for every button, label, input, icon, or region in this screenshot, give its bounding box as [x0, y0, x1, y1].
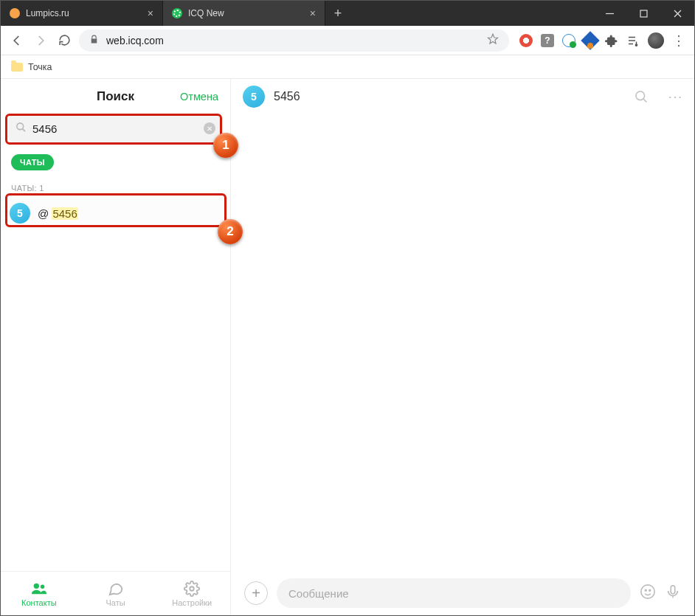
voice-icon[interactable]	[665, 584, 681, 603]
extension-opera-icon[interactable]	[519, 34, 533, 47]
window-maximize-button[interactable]	[626, 1, 660, 26]
svg-point-15	[649, 589, 651, 591]
page-content: Поиск Отмена 5456 ✕ ЧАТЫ ЧАТЫ: 1 5 @ 545…	[1, 79, 694, 615]
emoji-icon[interactable]	[640, 584, 656, 603]
browser-toolbar: web.icq.com ? ⋮	[1, 26, 694, 55]
result-text: @ 5456	[38, 207, 78, 220]
svg-line-12	[643, 99, 646, 102]
chat-menu-icon[interactable]: ⋯	[668, 88, 682, 105]
nav-label: Чаты	[106, 598, 125, 607]
extensions-button-icon[interactable]	[605, 34, 618, 47]
nav-label: Контакты	[21, 598, 57, 607]
extension-media-icon[interactable]	[626, 34, 640, 47]
cancel-button[interactable]: Отмена	[180, 91, 218, 103]
nav-reload-button[interactable]	[55, 32, 73, 49]
nav-chats[interactable]: Чаты	[77, 572, 154, 615]
nav-forward-button[interactable]	[32, 32, 49, 49]
favicon-lumpics	[10, 8, 20, 18]
search-value: 5456	[32, 122, 198, 135]
attach-button[interactable]: +	[244, 581, 268, 605]
window-close-button[interactable]	[660, 1, 694, 26]
profile-avatar[interactable]	[648, 32, 664, 49]
titlebar: Lumpics.ru × ICQ New × +	[1, 1, 694, 26]
result-avatar: 5	[10, 203, 30, 224]
svg-point-10	[190, 586, 194, 591]
message-placeholder: Сообщение	[288, 587, 349, 600]
bookmark-label: Точка	[28, 62, 52, 72]
tab-close-icon[interactable]: ×	[310, 7, 316, 19]
search-result-item[interactable]: 5 @ 5456	[1, 197, 230, 229]
tab-label: ICQ New	[188, 8, 304, 18]
contacts-icon	[31, 581, 47, 597]
svg-rect-16	[671, 586, 675, 594]
search-input[interactable]: 5456 ✕	[8, 114, 223, 142]
chat-pane: 5 5456 ⋯ + Сообщение	[231, 79, 694, 615]
svg-point-6	[17, 122, 24, 129]
extension-icons: ? ⋮	[515, 32, 687, 49]
extension-help-icon[interactable]: ?	[541, 34, 554, 47]
extension-globe-icon[interactable]	[562, 34, 575, 47]
nav-label: Настройки	[172, 598, 212, 607]
svg-point-5	[635, 44, 637, 45]
address-text: web.icq.com	[106, 35, 480, 46]
bookmark-item[interactable]: Точка	[11, 62, 52, 72]
chat-footer: + Сообщение	[231, 571, 694, 615]
svg-line-7	[22, 128, 25, 131]
browser-menu-button[interactable]: ⋮	[672, 32, 685, 49]
chat-body	[231, 114, 694, 571]
lock-icon	[89, 34, 99, 47]
svg-rect-1	[640, 10, 647, 17]
tab-close-icon[interactable]: ×	[148, 7, 153, 19]
tab-label: Lumpics.ru	[26, 8, 142, 18]
svg-point-11	[636, 91, 645, 100]
bottom-nav: Контакты Чаты Настройки	[1, 571, 230, 615]
sidebar-header: Поиск Отмена	[1, 79, 230, 114]
address-bar[interactable]: web.icq.com	[79, 30, 509, 52]
extension-cube-icon[interactable]	[581, 31, 599, 49]
gear-icon	[184, 581, 200, 597]
nav-contacts[interactable]: Контакты	[1, 572, 77, 615]
folder-icon	[11, 63, 23, 72]
new-tab-button[interactable]: +	[325, 1, 350, 26]
nav-settings[interactable]: Настройки	[153, 572, 230, 615]
sidebar: Поиск Отмена 5456 ✕ ЧАТЫ ЧАТЫ: 1 5 @ 545…	[1, 79, 231, 615]
search-icon	[15, 122, 27, 136]
svg-point-13	[641, 585, 654, 598]
browser-window: Lumpics.ru × ICQ New × + web.icq.com ?	[0, 0, 695, 616]
svg-marker-4	[488, 34, 497, 44]
filter-chip-chats[interactable]: ЧАТЫ	[11, 154, 54, 170]
clear-search-icon[interactable]: ✕	[204, 122, 215, 134]
chat-avatar: 5	[243, 86, 265, 108]
window-minimize-button[interactable]	[592, 1, 626, 26]
svg-point-14	[645, 589, 646, 591]
chat-header: 5 5456 ⋯	[231, 79, 694, 114]
svg-point-9	[41, 584, 45, 589]
tab-lumpics[interactable]: Lumpics.ru ×	[1, 1, 163, 26]
chat-title: 5456	[274, 90, 625, 103]
svg-point-8	[33, 583, 38, 588]
nav-back-button[interactable]	[8, 32, 26, 49]
favicon-icq	[172, 8, 182, 18]
sidebar-title: Поиск	[51, 89, 180, 104]
chat-search-icon[interactable]	[634, 89, 649, 104]
bookmark-star-icon[interactable]	[487, 33, 499, 48]
results-section-label: ЧАТЫ: 1	[1, 173, 230, 197]
tab-icq[interactable]: ICQ New ×	[163, 1, 325, 26]
message-input[interactable]: Сообщение	[277, 578, 631, 608]
chats-icon	[108, 581, 124, 597]
bookmarks-bar: Точка	[1, 55, 694, 79]
